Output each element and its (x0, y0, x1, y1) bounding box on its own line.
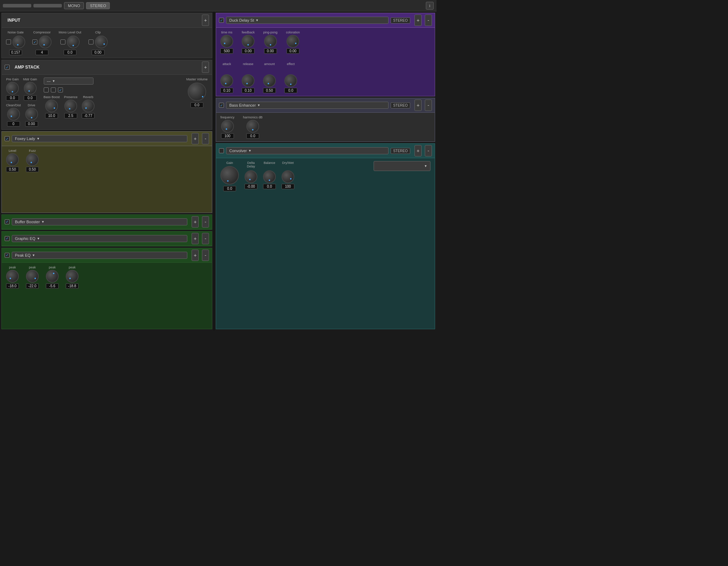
coloration-value[interactable]: 0.00 (287, 48, 299, 54)
amp-check1[interactable] (44, 87, 49, 92)
amp-check2[interactable] (51, 87, 56, 92)
peak2-knob[interactable] (26, 270, 39, 283)
harmonics-knob[interactable] (246, 120, 259, 133)
peak2-value[interactable]: -22.0 (26, 283, 39, 289)
graphic-eq-add-btn[interactable]: + (192, 233, 199, 244)
presence-knob[interactable] (64, 100, 77, 112)
attack-value[interactable]: 0.10 (220, 88, 233, 93)
mono-button[interactable]: MONO (64, 2, 84, 9)
bass-boost-knob[interactable] (45, 100, 58, 112)
amp-preset-dropdown[interactable]: --- ▼ (44, 78, 93, 85)
peak-eq-add-btn[interactable]: + (192, 250, 199, 261)
amount-knob[interactable] (263, 74, 276, 87)
clip-checkbox[interactable] (89, 39, 93, 44)
buffer-minus-btn[interactable]: - (202, 216, 209, 228)
attack-knob[interactable] (220, 74, 233, 87)
foxey-level-knob[interactable] (6, 153, 19, 166)
duck-minus-btn[interactable]: - (425, 15, 432, 26)
delta-delay-knob[interactable] (245, 170, 257, 183)
duck-add-btn[interactable]: + (414, 15, 422, 26)
mono-level-knob[interactable] (67, 36, 80, 48)
reverb-knob[interactable] (82, 100, 95, 112)
feedback-value[interactable]: 0.00 (242, 48, 255, 54)
graphic-eq-checkbox[interactable] (5, 236, 10, 241)
noise-gate-value[interactable]: 0.157 (9, 50, 22, 55)
balance-knob[interactable] (263, 170, 276, 183)
convolver-dropdown[interactable]: Convolver ▼ (226, 147, 389, 154)
drive-value[interactable]: 0.00 (25, 121, 38, 127)
duck-checkbox[interactable] (219, 18, 224, 23)
buffer-dropdown[interactable]: Buffer Booster ▼ (12, 218, 187, 225)
release-knob[interactable] (242, 74, 255, 87)
duck-dropdown[interactable]: Duck Delay St ▼ (226, 17, 389, 24)
clean-dist-knob[interactable] (7, 108, 20, 121)
noise-gate-checkbox[interactable] (6, 39, 11, 44)
time-ms-value[interactable]: 500 (220, 48, 233, 54)
foxey-fuzz-value[interactable]: 0.50 (26, 167, 39, 172)
master-volume-value[interactable]: 0.0 (191, 102, 203, 108)
master-volume-knob[interactable] (188, 82, 206, 101)
clip-knob[interactable] (95, 36, 108, 48)
frequency-knob[interactable] (221, 120, 234, 133)
bass-enhancer-minus-btn[interactable]: - (425, 100, 432, 111)
noise-gate-knob[interactable] (12, 36, 25, 48)
buffer-add-btn[interactable]: + (192, 216, 199, 228)
presence-value[interactable]: 2.5 (64, 113, 77, 118)
amp-add-btn[interactable]: + (202, 62, 209, 73)
drive-knob[interactable] (25, 108, 38, 121)
clean-dist-value[interactable]: 0 (7, 121, 20, 127)
peak3-value[interactable]: -5.6 (46, 283, 59, 289)
peak1-knob[interactable] (6, 270, 19, 283)
convolver-checkbox[interactable] (219, 148, 224, 153)
dry-wet-value[interactable]: 100 (282, 184, 294, 189)
compressor-checkbox[interactable] (32, 39, 37, 44)
convolver-minus-btn[interactable]: - (425, 145, 432, 156)
bass-enhancer-dropdown[interactable]: Bass Enhancer ▼ (226, 102, 389, 109)
reverb-value[interactable]: -0.77 (82, 113, 95, 118)
input-add-btn[interactable]: + (202, 15, 209, 26)
slider-1[interactable] (3, 4, 31, 7)
mono-level-value[interactable]: 0.0 (64, 50, 76, 55)
ping-pong-knob[interactable] (264, 35, 277, 48)
peak3-knob[interactable] (46, 270, 59, 283)
peak4-knob[interactable] (66, 270, 79, 283)
bass-enhancer-add-btn[interactable]: + (414, 100, 422, 111)
effect-value[interactable]: 0.0 (284, 88, 297, 93)
dry-wet-knob[interactable] (282, 170, 294, 183)
bass-enhancer-checkbox[interactable] (219, 103, 224, 108)
coloration-knob[interactable] (287, 35, 299, 48)
slider-2[interactable] (33, 4, 62, 7)
peak-eq-dropdown[interactable]: Peak EQ ▼ (12, 252, 187, 259)
conv-gain-knob[interactable] (220, 166, 239, 185)
foxey-level-value[interactable]: 0.50 (6, 167, 19, 172)
foxey-minus-btn[interactable]: - (202, 133, 209, 144)
foxey-add-btn[interactable]: + (192, 133, 199, 144)
harmonics-value[interactable]: 0.0 (246, 133, 259, 139)
balance-value[interactable]: 0.0 (263, 184, 276, 189)
graphic-eq-dropdown[interactable]: Graphic EQ ▼ (12, 235, 187, 242)
ir-dropdown[interactable]: ▼ (374, 161, 430, 171)
peak1-value[interactable]: -18.0 (6, 283, 19, 289)
effect-knob[interactable] (284, 74, 297, 87)
release-value[interactable]: 0.10 (242, 88, 255, 93)
foxey-dropdown[interactable]: Foxey Lady ▼ (12, 135, 187, 142)
feedback-knob[interactable] (242, 35, 255, 48)
info-button[interactable]: i (426, 2, 434, 10)
pre-gain-value[interactable]: 0.0 (6, 95, 19, 101)
ping-pong-value[interactable]: 0.00 (264, 48, 277, 54)
compressor-value[interactable]: 4 (36, 50, 48, 55)
foxey-checkbox[interactable] (5, 136, 10, 141)
time-ms-knob[interactable] (220, 35, 233, 48)
buffer-checkbox[interactable] (5, 219, 10, 224)
frequency-value[interactable]: 100 (221, 133, 234, 139)
mono-level-checkbox[interactable] (60, 39, 65, 44)
graphic-eq-minus-btn[interactable]: - (202, 233, 209, 244)
amp-checkbox[interactable] (5, 65, 10, 70)
foxey-fuzz-knob[interactable] (26, 153, 39, 166)
peak-eq-checkbox[interactable] (5, 253, 10, 258)
mstr-gain-knob[interactable] (24, 82, 37, 95)
stereo-button[interactable]: STEREO (86, 2, 110, 9)
delta-delay-value[interactable]: -0.00 (245, 184, 257, 189)
mstr-gain-value[interactable]: 0.0 (24, 95, 37, 101)
peak-eq-minus-btn[interactable]: - (202, 250, 209, 261)
